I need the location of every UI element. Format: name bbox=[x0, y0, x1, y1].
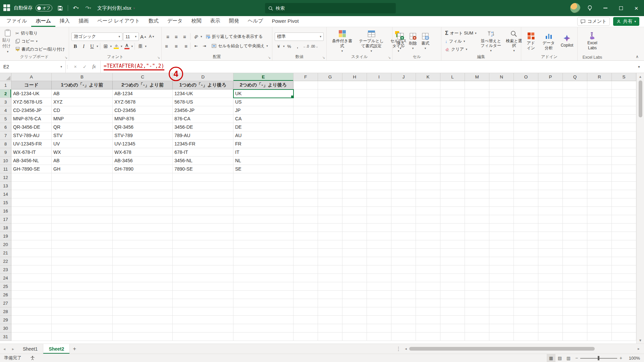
cell-F3[interactable] bbox=[293, 98, 318, 106]
zoom-slider[interactable] bbox=[580, 354, 617, 362]
cell-P18[interactable] bbox=[538, 224, 563, 232]
cell-C2[interactable]: AB-1234 bbox=[113, 89, 173, 98]
cell-O22[interactable] bbox=[514, 257, 538, 265]
cell-F29[interactable] bbox=[293, 316, 318, 324]
cell-F16[interactable] bbox=[293, 207, 318, 215]
collapse-ribbon-icon[interactable]: ∧ bbox=[636, 54, 639, 59]
cell-D22[interactable] bbox=[173, 257, 233, 265]
cell-A30[interactable] bbox=[11, 324, 52, 333]
cell-D18[interactable] bbox=[173, 224, 233, 232]
row-header-2[interactable]: 2 bbox=[0, 89, 11, 98]
tab-developer[interactable]: 開発 bbox=[224, 16, 243, 27]
cell-N20[interactable] bbox=[489, 240, 514, 249]
cell-L24[interactable] bbox=[440, 274, 465, 282]
cell-I21[interactable] bbox=[367, 249, 391, 257]
cell-O5[interactable] bbox=[514, 115, 538, 123]
cell-C10[interactable]: AB-3456 bbox=[113, 157, 173, 165]
cell-J22[interactable] bbox=[391, 257, 416, 265]
cell-G18[interactable] bbox=[318, 224, 342, 232]
cell-A12[interactable] bbox=[11, 173, 52, 182]
cell-J21[interactable] bbox=[391, 249, 416, 257]
cell-S28[interactable] bbox=[612, 307, 636, 316]
cell-I31[interactable] bbox=[367, 333, 391, 341]
cell-B6[interactable]: QR bbox=[52, 123, 113, 131]
cell-D10[interactable]: 3456-NL bbox=[173, 157, 233, 165]
cell-O15[interactable] bbox=[514, 198, 538, 207]
increase-font-size-button[interactable]: A▲ bbox=[140, 33, 147, 41]
cell-R29[interactable] bbox=[587, 316, 612, 324]
cell-O10[interactable] bbox=[514, 157, 538, 165]
cell-I28[interactable] bbox=[367, 307, 391, 316]
borders-button[interactable]: ⊞ bbox=[102, 43, 110, 50]
cell-S1[interactable] bbox=[612, 81, 636, 89]
zoom-thumb[interactable] bbox=[598, 356, 599, 360]
cell-G31[interactable] bbox=[318, 333, 342, 341]
cell-G8[interactable] bbox=[318, 140, 342, 148]
sort-filter-button[interactable]: AZ 並べ替えとフィルター ▾ bbox=[479, 29, 503, 53]
cell-D14[interactable] bbox=[173, 190, 233, 198]
horizontal-scroll-thumb[interactable] bbox=[409, 347, 595, 351]
scroll-up-icon[interactable]: ▲ bbox=[637, 73, 644, 80]
cell-N31[interactable] bbox=[489, 333, 514, 341]
column-header-J[interactable]: J bbox=[391, 73, 416, 81]
cell-S6[interactable] bbox=[612, 123, 636, 131]
cell-A17[interactable] bbox=[11, 215, 52, 224]
cell-G21[interactable] bbox=[318, 249, 342, 257]
cell-E16[interactable] bbox=[233, 207, 293, 215]
cell-F19[interactable] bbox=[293, 232, 318, 240]
cell-H4[interactable] bbox=[342, 106, 367, 115]
cell-P28[interactable] bbox=[538, 307, 563, 316]
column-header-A[interactable]: A bbox=[11, 73, 52, 81]
cell-E14[interactable] bbox=[233, 190, 293, 198]
cell-O11[interactable] bbox=[514, 165, 538, 173]
cell-S21[interactable] bbox=[612, 249, 636, 257]
cell-I15[interactable] bbox=[367, 198, 391, 207]
cell-Q17[interactable] bbox=[563, 215, 587, 224]
cell-Q5[interactable] bbox=[563, 115, 587, 123]
cell-N7[interactable] bbox=[489, 131, 514, 140]
cell-D31[interactable] bbox=[173, 333, 233, 341]
cell-L16[interactable] bbox=[440, 207, 465, 215]
cell-J18[interactable] bbox=[391, 224, 416, 232]
cell-P15[interactable] bbox=[538, 198, 563, 207]
cell-L14[interactable] bbox=[440, 190, 465, 198]
cell-G5[interactable] bbox=[318, 115, 342, 123]
row-header-23[interactable]: 23 bbox=[0, 265, 11, 274]
row-header-31[interactable]: 31 bbox=[0, 333, 11, 341]
cell-K12[interactable] bbox=[416, 173, 440, 182]
cell-P30[interactable] bbox=[538, 324, 563, 333]
tab-draw[interactable]: 描画 bbox=[74, 16, 93, 27]
cell-F7[interactable] bbox=[293, 131, 318, 140]
cell-M6[interactable] bbox=[465, 123, 489, 131]
cell-A6[interactable]: QR-3456-DE bbox=[11, 123, 52, 131]
cell-R28[interactable] bbox=[587, 307, 612, 316]
cell-C17[interactable] bbox=[113, 215, 173, 224]
cell-M8[interactable] bbox=[465, 140, 489, 148]
cell-B3[interactable]: XYZ bbox=[52, 98, 113, 106]
cell-G26[interactable] bbox=[318, 291, 342, 299]
cell-I11[interactable] bbox=[367, 165, 391, 173]
cell-F30[interactable] bbox=[293, 324, 318, 333]
row-header-24[interactable]: 24 bbox=[0, 274, 11, 282]
borders-dropdown-icon[interactable]: ▾ bbox=[110, 45, 112, 48]
cell-H29[interactable] bbox=[342, 316, 367, 324]
horizontal-scrollbar[interactable]: ◂ ▸ bbox=[402, 344, 644, 354]
cell-K11[interactable] bbox=[416, 165, 440, 173]
cell-Q19[interactable] bbox=[563, 232, 587, 240]
cell-H7[interactable] bbox=[342, 131, 367, 140]
cell-E23[interactable] bbox=[233, 265, 293, 274]
cell-J23[interactable] bbox=[391, 265, 416, 274]
cell-G22[interactable] bbox=[318, 257, 342, 265]
cell-B11[interactable]: GH bbox=[52, 165, 113, 173]
cell-D5[interactable]: 876-CA bbox=[173, 115, 233, 123]
cell-D30[interactable] bbox=[173, 324, 233, 333]
cell-L6[interactable] bbox=[440, 123, 465, 131]
cell-L11[interactable] bbox=[440, 165, 465, 173]
row-header-16[interactable]: 16 bbox=[0, 207, 11, 215]
cell-A21[interactable] bbox=[11, 249, 52, 257]
cell-S29[interactable] bbox=[612, 316, 636, 324]
cell-E13[interactable] bbox=[233, 182, 293, 190]
cell-S7[interactable] bbox=[612, 131, 636, 140]
cell-C20[interactable] bbox=[113, 240, 173, 249]
cell-C6[interactable]: QR-3456 bbox=[113, 123, 173, 131]
